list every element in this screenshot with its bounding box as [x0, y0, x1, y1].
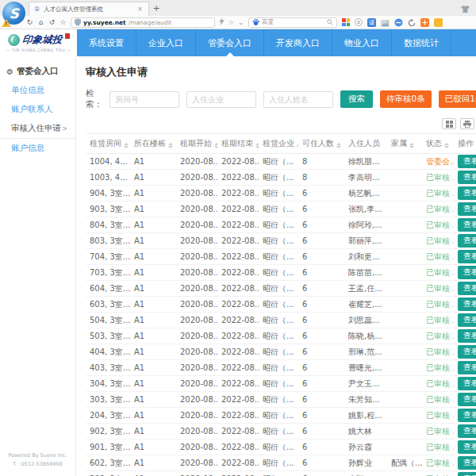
nav-tab[interactable]: 数据统计 [392, 29, 451, 56]
view-button[interactable]: 查看 [458, 218, 476, 232]
view-button[interactable]: 查看 [458, 440, 476, 454]
view-button[interactable]: 查看 [458, 472, 476, 476]
view-button[interactable]: 查看 [458, 282, 476, 295]
view-button[interactable]: 查看 [458, 266, 476, 279]
nav-tab[interactable]: 企业入口 [136, 29, 196, 56]
nav-tab[interactable]: 物业入口 [332, 29, 392, 56]
cell-people: 宋翔 [344, 471, 387, 476]
view-button[interactable]: 查看 [458, 361, 476, 374]
nav-tab[interactable]: 开发商入口 [264, 29, 332, 56]
sort-icon[interactable] [168, 143, 173, 148]
cell-lease-end: 2022-08... [217, 328, 259, 344]
view-button[interactable]: 查看 [458, 155, 476, 168]
recycle-icon[interactable] [408, 15, 416, 30]
brand-logo: 印象城投 — YIN XIANG CHENG TOU — [0, 29, 77, 56]
view-button[interactable]: 查看 [458, 377, 476, 390]
column-header[interactable]: 租赁房间 [86, 134, 130, 154]
favorites-icon[interactable]: ☆ [58, 18, 68, 26]
chevron-down-icon[interactable]: ⌄ [236, 19, 245, 26]
cell-lease-start: 2020-08... [176, 392, 217, 408]
sort-icon[interactable] [214, 143, 217, 148]
cell-building: A1 [130, 202, 176, 217]
column-header[interactable]: 租赁企业 [259, 134, 298, 154]
sort-icon[interactable] [297, 143, 298, 148]
translate-icon[interactable]: 译 [367, 18, 376, 27]
view-button[interactable]: 查看 [458, 234, 476, 248]
sort-icon[interactable] [255, 143, 259, 148]
view-button[interactable]: 查看 [458, 171, 476, 184]
column-header[interactable]: 状态 [422, 134, 454, 154]
search-button[interactable]: 搜索 [340, 90, 373, 108]
sort-icon[interactable] [336, 143, 341, 148]
column-header[interactable]: 可住人数 [298, 134, 344, 154]
columns-toggle-button[interactable] [442, 118, 456, 129]
cell-building: A1 [130, 170, 176, 186]
column-header[interactable]: 家属 [387, 134, 422, 154]
view-button[interactable]: 查看 [458, 329, 476, 343]
sidebar-item[interactable]: 审核入住申请 > [0, 119, 75, 139]
sort-icon[interactable] [124, 143, 129, 148]
column-header[interactable]: 租期结束 [217, 134, 259, 154]
cell-building: A1 [130, 249, 176, 265]
view-button[interactable]: 查看 [458, 345, 476, 359]
pending-filter-button[interactable]: 待审核0条 [380, 90, 432, 108]
status-badge: 已审核 ... [426, 332, 454, 340]
undo-icon[interactable]: ↺ [47, 18, 57, 26]
home-icon[interactable]: ⌂ [36, 18, 46, 26]
view-button[interactable]: 查看 [458, 313, 476, 327]
print-button[interactable] [460, 118, 474, 129]
cell-room: 1004, 4... [86, 154, 130, 170]
new-tab-button[interactable]: + [149, 2, 163, 16]
nav-tab[interactable]: 管委会入口 [196, 29, 264, 56]
close-tab-icon[interactable]: × [136, 6, 144, 13]
column-header[interactable]: 租期开始 [176, 134, 217, 154]
sort-icon[interactable] [444, 143, 449, 148]
column-header-label: 所在楼栋 [134, 139, 166, 148]
sidebar-item[interactable]: 单位信息 > [0, 81, 75, 100]
status-badge: 已审核 ... [426, 252, 454, 261]
view-button[interactable]: 查看 [458, 424, 476, 438]
browser-tab[interactable]: ① 人才公寓入住管理系统 × [29, 2, 149, 16]
tenant-name-input[interactable] [263, 91, 333, 108]
table-row: 302, 3室... A1 2020-08... 2022-08... 昭衍（.… [86, 471, 476, 476]
flash-icon[interactable] [217, 17, 226, 27]
column-header[interactable]: 所在楼栋 [130, 134, 176, 154]
sidebar: ⚙ 管委会入口 单位信息 > 账户联系人 > 审核入住申请 > [0, 56, 76, 476]
view-button[interactable]: 查看 [458, 409, 476, 422]
view-button[interactable]: 查看 [458, 186, 476, 200]
cell-lease-end: 2022-08... [217, 281, 259, 297]
taobao-icon[interactable] [420, 18, 429, 27]
column-header[interactable]: 操作 [454, 134, 476, 154]
view-button[interactable]: 查看 [458, 250, 476, 263]
refresh-icon[interactable]: ↻ [25, 18, 35, 26]
minus-circle-icon[interactable] [394, 15, 403, 30]
skin-icon[interactable] [461, 1, 470, 16]
address-bar[interactable]: yy.suyee.net/manage/audit [71, 17, 215, 28]
view-button[interactable]: 查看 [458, 393, 476, 406]
bookmark-star-icon[interactable]: ☆ [227, 19, 236, 26]
brand-circle-icon [8, 34, 20, 46]
column-header[interactable]: 入住人员 [344, 134, 387, 154]
extension-a-icon[interactable]: a [355, 18, 363, 26]
cell-company: 昭衍（... [259, 328, 298, 344]
cell-company: 昭衍（... [259, 440, 298, 455]
view-button[interactable]: 查看 [458, 456, 476, 470]
clipped-extension-icon[interactable] [434, 18, 443, 27]
nav-tab[interactable]: 系统设置 [77, 29, 136, 56]
sidebar-item[interactable]: 账户联系人 > [0, 100, 75, 119]
sidebar-section-header[interactable]: ⚙ 管委会入口 [0, 62, 75, 81]
search-engine-box[interactable]: 百度 [248, 17, 337, 28]
apps-grid-icon[interactable] [342, 18, 350, 26]
cell-room: 204, 3室... [86, 408, 130, 424]
sort-icon[interactable] [409, 143, 414, 148]
screenshot-icon[interactable] [381, 15, 390, 30]
cell-lease-start: 2020-08... [176, 217, 217, 233]
cell-building: A1 [130, 186, 176, 202]
sidebar-item[interactable]: 账户信息 > [0, 139, 75, 158]
view-button[interactable]: 查看 [458, 298, 476, 311]
rejected-filter-button[interactable]: 已驳回1条 [439, 90, 476, 108]
view-button[interactable]: 查看 [458, 202, 476, 216]
status-badge: 已审核 ... [426, 363, 454, 372]
company-input[interactable] [186, 91, 256, 108]
room-number-input[interactable] [109, 91, 179, 108]
